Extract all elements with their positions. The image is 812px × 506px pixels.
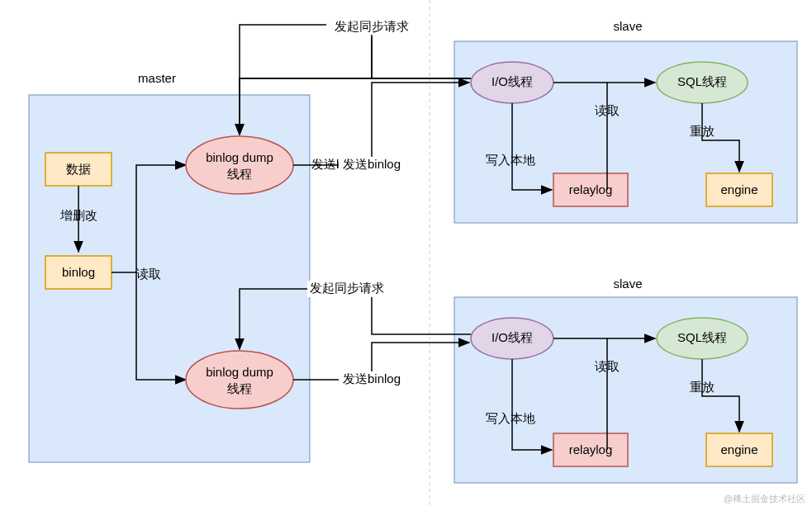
- slave1-read-label: 读取: [595, 103, 620, 117]
- slave1-io-thread-label: I/O线程: [491, 74, 533, 88]
- slave2-engine-label: engine: [720, 442, 757, 456]
- send-binlog-1-label-top: 发送binlog: [343, 157, 401, 171]
- binlog-box-label: binlog: [62, 265, 95, 279]
- slave2-replay-label: 重放: [690, 380, 715, 394]
- slave1-title: slave: [613, 19, 642, 33]
- diagram-canvas: master 数据 增删改 binlog 读取 binlog dump 线程 b…: [0, 0, 812, 506]
- master-group: master 数据 增删改 binlog 读取 binlog dump 线程 b…: [29, 71, 310, 462]
- sync-request-1-label-clean: 发起同步请求: [335, 19, 409, 33]
- data-box-label: 数据: [66, 162, 91, 176]
- slave2-read-label: 读取: [595, 359, 620, 373]
- slave2-io-thread-label: I/O线程: [491, 330, 533, 344]
- binlog-dump-1-l2: 线程: [227, 167, 252, 181]
- slave1-relaylog-label: relaylog: [569, 182, 613, 196]
- slave2-write-local-label: 写入本地: [486, 411, 535, 425]
- crud-label: 增删改: [59, 208, 97, 222]
- binlog-dump-1-l1: binlog dump: [206, 150, 273, 164]
- binlog-dump-2-l2: 线程: [227, 381, 252, 395]
- slave2-title: slave: [613, 277, 642, 291]
- master-title: master: [138, 71, 176, 85]
- send-binlog-1-arrow: [293, 83, 469, 165]
- slave1-sql-thread-label: SQL线程: [677, 74, 727, 88]
- binlog-dump-1: [186, 136, 293, 194]
- read-label: 读取: [136, 267, 161, 281]
- slave1-engine-label: engine: [720, 182, 757, 196]
- send-binlog-2-label-top: 发送binlog: [343, 371, 401, 385]
- binlog-dump-2-l1: binlog dump: [206, 365, 273, 379]
- watermark: @稀土掘金技术社区: [724, 494, 805, 504]
- slave1-replay-label: 重放: [690, 124, 715, 138]
- slave2-group: slave I/O线程 SQL线程 relaylog engine 写入本地 读…: [454, 277, 797, 483]
- sync-request-2-label-top: 发起同步请求: [310, 281, 384, 295]
- slave2-sql-thread-label: SQL线程: [677, 330, 727, 344]
- binlog-dump-2: [186, 351, 293, 409]
- slave1-group: slave I/O线程 SQL线程 relaylog engine 写入本地 读…: [454, 19, 797, 223]
- slave2-relaylog-label: relaylog: [569, 442, 613, 456]
- slave1-write-local-label: 写入本地: [486, 153, 535, 167]
